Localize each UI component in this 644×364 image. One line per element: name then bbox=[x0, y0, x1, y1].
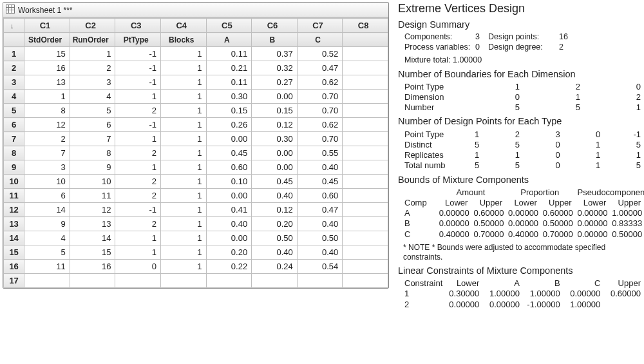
worksheet-titlebar[interactable]: Worksheet 1 *** bbox=[3, 3, 388, 17]
cell[interactable]: 15 bbox=[70, 245, 115, 260]
row-header[interactable]: 4 bbox=[4, 90, 24, 104]
cell[interactable]: -1 bbox=[115, 203, 161, 217]
cell[interactable]: 1 bbox=[115, 90, 161, 104]
table-row[interactable]: 2162-110.210.320.47 bbox=[4, 61, 388, 75]
col-header[interactable]: C1 bbox=[24, 19, 70, 33]
row-header[interactable]: 3 bbox=[4, 75, 24, 90]
cell[interactable] bbox=[252, 274, 298, 288]
cell[interactable] bbox=[343, 189, 388, 203]
col-name[interactable] bbox=[343, 33, 388, 47]
cell[interactable] bbox=[343, 132, 388, 146]
table-row[interactable]: 939110.600.000.40 bbox=[4, 160, 388, 175]
row-header[interactable]: 1 bbox=[4, 47, 24, 61]
cell[interactable]: 0.12 bbox=[252, 118, 298, 132]
cell[interactable]: 0.12 bbox=[252, 203, 298, 217]
cell[interactable]: 0.47 bbox=[297, 61, 343, 75]
cell[interactable]: 0.30 bbox=[252, 132, 298, 146]
cell[interactable]: 0.24 bbox=[252, 260, 298, 274]
cell[interactable]: 4 bbox=[24, 231, 70, 245]
cell[interactable] bbox=[343, 118, 388, 132]
cell[interactable]: 0.32 bbox=[252, 61, 298, 75]
cell[interactable]: 1 bbox=[161, 203, 207, 217]
cell[interactable]: 1 bbox=[161, 160, 207, 175]
row-header[interactable]: 7 bbox=[4, 132, 24, 146]
row-header[interactable]: 11 bbox=[4, 189, 24, 203]
col-name[interactable]: PtType bbox=[115, 33, 161, 47]
cell[interactable]: -1 bbox=[115, 118, 161, 132]
row-header[interactable]: 10 bbox=[4, 175, 24, 189]
cell[interactable]: 0.15 bbox=[206, 104, 252, 118]
cell[interactable]: 0.62 bbox=[297, 75, 343, 90]
cell[interactable]: 0.15 bbox=[252, 104, 298, 118]
cell[interactable]: -1 bbox=[115, 61, 161, 75]
cell[interactable]: 0.11 bbox=[206, 47, 252, 61]
cell[interactable] bbox=[297, 274, 343, 288]
row-header[interactable]: 8 bbox=[4, 146, 24, 160]
table-row[interactable]: 414110.300.000.70 bbox=[4, 90, 388, 104]
cell[interactable]: 0.27 bbox=[252, 75, 298, 90]
row-header[interactable]: 14 bbox=[4, 231, 24, 245]
cell[interactable] bbox=[161, 274, 207, 288]
worksheet-window[interactable]: Worksheet 1 *** ↓ C1 C2 C3 C4 C5 C6 C7 bbox=[3, 2, 389, 289]
cell[interactable]: 2 bbox=[115, 175, 161, 189]
col-name[interactable]: A bbox=[206, 33, 252, 47]
cell[interactable]: 0.21 bbox=[206, 61, 252, 75]
cell[interactable]: 10 bbox=[70, 175, 115, 189]
cell[interactable]: 2 bbox=[115, 146, 161, 160]
row-header[interactable]: 15 bbox=[4, 245, 24, 260]
table-row[interactable]: 15515110.200.400.40 bbox=[4, 245, 388, 260]
table-row[interactable]: 878210.450.000.55 bbox=[4, 146, 388, 160]
cell[interactable]: 2 bbox=[115, 189, 161, 203]
cell[interactable] bbox=[343, 47, 388, 61]
cell[interactable] bbox=[343, 61, 388, 75]
cell[interactable] bbox=[115, 274, 161, 288]
cell[interactable]: 4 bbox=[70, 90, 115, 104]
cell[interactable]: 3 bbox=[70, 75, 115, 90]
cell[interactable]: 1 bbox=[161, 231, 207, 245]
cell[interactable]: 10 bbox=[24, 175, 70, 189]
table-row[interactable]: 121412-110.410.120.47 bbox=[4, 203, 388, 217]
cell[interactable]: 3 bbox=[24, 160, 70, 175]
row-header[interactable]: 17 bbox=[4, 274, 24, 288]
cell[interactable]: 13 bbox=[24, 75, 70, 90]
cell[interactable]: 0.30 bbox=[206, 90, 252, 104]
col-header[interactable]: C5 bbox=[206, 19, 252, 33]
table-row[interactable]: 727110.000.300.70 bbox=[4, 132, 388, 146]
table-row[interactable]: 11611210.000.400.60 bbox=[4, 189, 388, 203]
cell[interactable]: 1 bbox=[24, 90, 70, 104]
cell[interactable]: 0.20 bbox=[252, 217, 298, 231]
col-header[interactable]: C4 bbox=[161, 19, 207, 33]
cell[interactable] bbox=[343, 146, 388, 160]
cell[interactable]: 0.00 bbox=[206, 231, 252, 245]
cell[interactable] bbox=[343, 160, 388, 175]
cell[interactable]: 0.40 bbox=[206, 217, 252, 231]
cell[interactable] bbox=[206, 274, 252, 288]
cell[interactable]: 0.26 bbox=[206, 118, 252, 132]
cell[interactable]: 11 bbox=[24, 260, 70, 274]
cell[interactable]: 0.50 bbox=[252, 231, 298, 245]
table-row[interactable]: 17 bbox=[4, 274, 388, 288]
cell[interactable]: 0.40 bbox=[297, 217, 343, 231]
col-header[interactable]: C7 bbox=[297, 19, 343, 33]
cell[interactable] bbox=[70, 274, 115, 288]
cell[interactable]: 2 bbox=[24, 132, 70, 146]
cell[interactable]: 0.00 bbox=[252, 146, 298, 160]
row-header[interactable]: 6 bbox=[4, 118, 24, 132]
cell[interactable] bbox=[343, 245, 388, 260]
cell[interactable]: 0.40 bbox=[297, 245, 343, 260]
cell[interactable] bbox=[343, 175, 388, 189]
cell[interactable]: 13 bbox=[70, 217, 115, 231]
col-name[interactable]: C bbox=[297, 33, 343, 47]
data-grid[interactable]: ↓ C1 C2 C3 C4 C5 C6 C7 C8 StdOrder RunOr… bbox=[3, 17, 388, 288]
cell[interactable]: 0.41 bbox=[206, 203, 252, 217]
cell[interactable]: 1 bbox=[161, 90, 207, 104]
cell[interactable]: 0.60 bbox=[206, 160, 252, 175]
cell[interactable]: 0.20 bbox=[206, 245, 252, 260]
cell[interactable]: 1 bbox=[115, 245, 161, 260]
cell[interactable]: 1 bbox=[115, 132, 161, 146]
table-row[interactable]: 101010210.100.450.45 bbox=[4, 175, 388, 189]
cell[interactable] bbox=[343, 217, 388, 231]
cell[interactable]: 0.55 bbox=[297, 146, 343, 160]
cell[interactable]: 8 bbox=[24, 104, 70, 118]
row-header[interactable]: 12 bbox=[4, 203, 24, 217]
